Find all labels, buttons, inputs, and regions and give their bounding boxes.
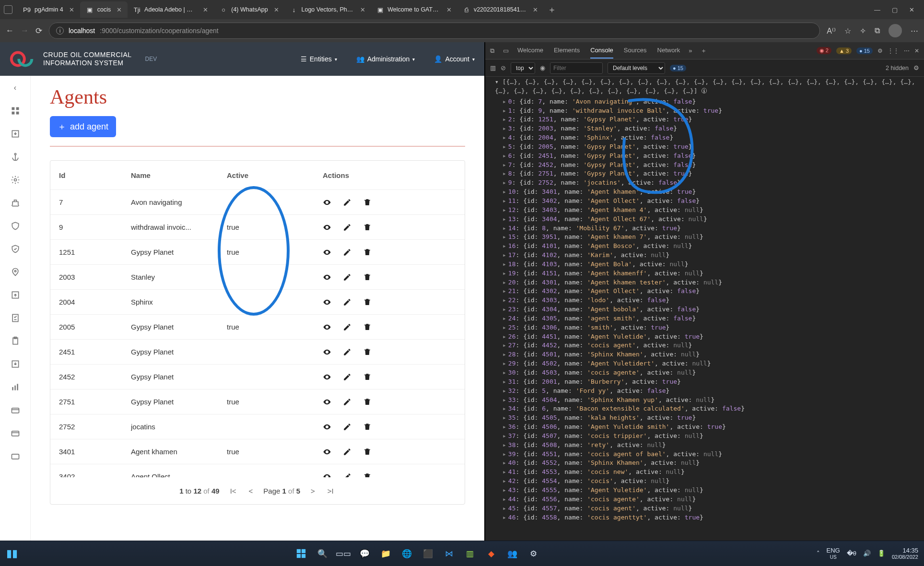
- devtools-tab[interactable]: Elements: [554, 43, 580, 59]
- settings-app-icon[interactable]: ⚙: [527, 547, 539, 560]
- console-entry[interactable]: ▸44: {id: 4556, name: 'cocis agente', ac…: [489, 495, 920, 504]
- wallet-icon[interactable]: [10, 451, 21, 461]
- edit-icon[interactable]: [343, 323, 351, 331]
- console-entry[interactable]: ▸36: {id: 4506, name: 'Agent Yuletide sm…: [489, 423, 920, 432]
- collections-icon[interactable]: ⧉: [875, 26, 880, 35]
- issues-badge[interactable]: ● 15: [670, 65, 686, 71]
- anchor-icon[interactable]: [10, 152, 21, 162]
- tab-close-icon[interactable]: ✕: [203, 6, 208, 13]
- edit-icon[interactable]: [343, 298, 351, 307]
- pager-next[interactable]: >: [309, 485, 317, 497]
- warnings-badge[interactable]: ▲ 3: [836, 47, 852, 54]
- console-entry[interactable]: ▸20: {id: 4301, name: 'Agent khamen test…: [489, 278, 920, 287]
- download-icon[interactable]: [10, 129, 21, 139]
- view-icon[interactable]: [323, 223, 331, 232]
- view-icon[interactable]: [323, 323, 331, 331]
- edge-icon[interactable]: 🌐: [400, 547, 413, 560]
- reload-icon[interactable]: ⟳: [35, 26, 42, 36]
- settings-icon[interactable]: ⚙: [877, 47, 883, 54]
- console-entry[interactable]: ▸27: {id: 4452, name: 'cocis agent', act…: [489, 341, 920, 350]
- tab-actions-icon[interactable]: [4, 5, 12, 14]
- view-icon[interactable]: [323, 423, 331, 431]
- export-icon[interactable]: [10, 359, 21, 369]
- close-icon[interactable]: ✕: [909, 6, 914, 13]
- console-entry[interactable]: ▸37: {id: 4507, name: 'cocis trippier', …: [489, 432, 920, 441]
- delete-icon[interactable]: [363, 198, 372, 207]
- widgets-icon[interactable]: ▮▮: [6, 547, 18, 560]
- console-entry[interactable]: ▸39: {id: 4551, name: 'cocis agent of ba…: [489, 450, 920, 459]
- nav-administration[interactable]: 👥Administration▾: [356, 55, 415, 63]
- view-icon[interactable]: [323, 248, 331, 257]
- customize-icon[interactable]: ⋮⋮: [888, 47, 899, 54]
- checklist-icon[interactable]: [10, 313, 21, 323]
- view-icon[interactable]: [323, 472, 331, 478]
- clear-icon[interactable]: ⊘: [501, 64, 506, 71]
- console-entry[interactable]: ▸8: {id: 2751, name: 'Gypsy Planet', act…: [489, 169, 920, 178]
- wifi-icon[interactable]: �θ: [847, 550, 856, 557]
- view-icon[interactable]: [323, 273, 331, 282]
- col-name[interactable]: Name: [131, 171, 227, 179]
- favorite-icon[interactable]: ☆: [844, 26, 851, 35]
- tab-close-icon[interactable]: ✕: [274, 6, 279, 13]
- filter-input[interactable]: [550, 62, 603, 74]
- gear-icon[interactable]: [10, 175, 21, 185]
- upload-icon[interactable]: [10, 290, 21, 300]
- console-entry[interactable]: ▸9: {id: 2752, name: 'jocatins', active:…: [489, 178, 920, 188]
- devtools-tab[interactable]: Network: [657, 43, 680, 59]
- brave-icon[interactable]: ◆: [485, 547, 497, 560]
- favorites-bar-icon[interactable]: ✧: [860, 26, 866, 35]
- console-entry[interactable]: ▸34: {id: 6, name: 'Bacon extensible cal…: [489, 404, 920, 413]
- console-entry[interactable]: ▸29: {id: 4502, name: 'Agent Yuletidert'…: [489, 359, 920, 368]
- dashboard-icon[interactable]: [10, 106, 21, 116]
- col-id[interactable]: Id: [59, 171, 131, 179]
- browser-tab[interactable]: ▣cocis✕: [80, 1, 128, 18]
- delete-icon[interactable]: [363, 373, 372, 381]
- console-entry[interactable]: ▸17: {id: 4102, name: 'Karim', active: n…: [489, 251, 920, 260]
- site-info-icon[interactable]: i: [56, 27, 64, 35]
- browser-tab[interactable]: ▣Welcome to GATEWA✕: [371, 1, 457, 18]
- delete-icon[interactable]: [363, 472, 372, 478]
- console-entry[interactable]: ▸19: {id: 4151, name: 'Agent khamenff', …: [489, 269, 920, 278]
- ship-icon[interactable]: [10, 198, 21, 208]
- console-entry[interactable]: ▸5: {id: 2005, name: 'Gypsy Planet', act…: [489, 142, 920, 152]
- browser-tab[interactable]: TjiAdeola Adebo | Micro✕: [128, 1, 214, 18]
- terminal-icon[interactable]: ⬛: [421, 547, 434, 560]
- console-entry[interactable]: ▸2: {id: 1251, name: 'Gypsy Planet', act…: [489, 115, 920, 124]
- edit-icon[interactable]: [343, 198, 351, 207]
- edit-icon[interactable]: [343, 348, 351, 356]
- teams-icon[interactable]: 👥: [506, 547, 518, 560]
- volume-icon[interactable]: 🔊: [863, 550, 871, 557]
- tab-close-icon[interactable]: ✕: [446, 6, 452, 13]
- console-entry[interactable]: ▸42: {id: 4554, name: 'cocis', active: n…: [489, 477, 920, 486]
- console-entry[interactable]: ▸16: {id: 4101, name: 'Agent Bosco', act…: [489, 242, 920, 251]
- col-active[interactable]: Active: [227, 171, 323, 179]
- delete-icon[interactable]: [363, 423, 372, 431]
- view-icon[interactable]: [323, 448, 331, 456]
- browser-tab[interactable]: ⎙v22022018185417487✕: [457, 1, 544, 18]
- console-entry[interactable]: ▸12: {id: 3403, name: 'Agent khamen 4', …: [489, 206, 920, 215]
- explorer-icon[interactable]: 📁: [379, 547, 392, 560]
- inspect-icon[interactable]: ⧉: [490, 47, 494, 55]
- console-entry[interactable]: ▸26: {id: 4451, name: 'Agent Yuletide', …: [489, 332, 920, 342]
- view-icon[interactable]: [323, 298, 331, 307]
- shield-check-icon[interactable]: [10, 244, 21, 254]
- close-devtools-icon[interactable]: ✕: [914, 47, 919, 54]
- console-entry[interactable]: ▸4: {id: 2004, name: 'Sphinx', active: f…: [489, 133, 920, 142]
- console-entry[interactable]: ▸33: {id: 4504, name: 'Sphinx Khamen yup…: [489, 396, 920, 405]
- console-entry[interactable]: ▸10: {id: 3401, name: 'Agent khamen', ac…: [489, 188, 920, 197]
- browser-tab[interactable]: ○(4) WhatsApp✕: [214, 1, 284, 18]
- console-entry[interactable]: ▸0: {id: 7, name: 'Avon navigating', act…: [489, 97, 920, 106]
- add-panel-icon[interactable]: ＋: [701, 47, 707, 55]
- delete-icon[interactable]: [363, 348, 372, 356]
- console-output[interactable]: ▾ [{…}, {…}, {…}, {…}, {…}, {…}, {…}, {……: [485, 77, 924, 541]
- edit-icon[interactable]: [343, 472, 351, 478]
- delete-icon[interactable]: [363, 298, 372, 307]
- pager-first[interactable]: I<: [228, 485, 238, 497]
- toolbar-gear-icon[interactable]: ⚙: [913, 64, 919, 71]
- console-entry[interactable]: ▸25: {id: 4306, name: 'smith', active: t…: [489, 323, 920, 332]
- pager-last[interactable]: >I: [326, 485, 336, 497]
- vscode-icon[interactable]: ⋈: [443, 547, 455, 560]
- devtools-tab[interactable]: Welcome: [517, 43, 543, 59]
- console-entry[interactable]: ▸21: {id: 4302, name: 'Agent Ollect', ac…: [489, 287, 920, 296]
- delete-icon[interactable]: [363, 273, 372, 282]
